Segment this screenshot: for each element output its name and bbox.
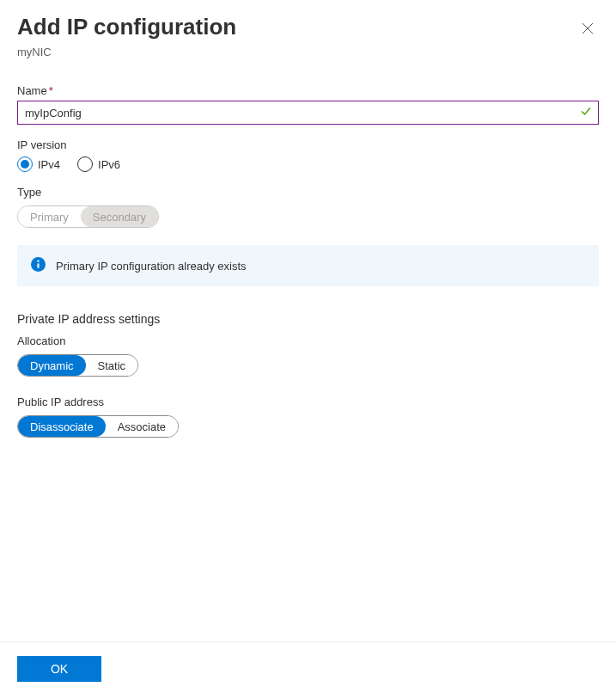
type-secondary-option: Secondary: [81, 206, 158, 227]
publicip-label: Public IP address: [17, 395, 599, 408]
name-label: Name*: [17, 84, 599, 97]
close-button[interactable]: [576, 17, 599, 42]
panel-subtitle: myNIC: [17, 46, 599, 58]
radio-circle-icon: [77, 156, 93, 172]
allocation-dynamic-option[interactable]: Dynamic: [18, 355, 86, 376]
publicip-toggle[interactable]: Disassociate Associate: [17, 415, 179, 438]
private-ip-heading: Private IP address settings: [17, 312, 599, 326]
radio-ipv6-label: IPv6: [98, 158, 120, 171]
publicip-associate-option[interactable]: Associate: [106, 416, 178, 437]
allocation-static-option[interactable]: Static: [86, 355, 138, 376]
name-input[interactable]: [17, 101, 599, 125]
type-label: Type: [17, 186, 599, 199]
svg-point-4: [37, 261, 39, 262]
type-toggle: Primary Secondary: [17, 205, 159, 228]
info-icon: [31, 257, 46, 274]
close-icon: [582, 23, 594, 37]
ok-button[interactable]: OK: [17, 656, 101, 682]
publicip-disassociate-option[interactable]: Disassociate: [18, 416, 106, 437]
required-indicator: *: [49, 84, 53, 97]
radio-ipv4[interactable]: IPv4: [17, 156, 60, 172]
ipversion-label: IP version: [17, 138, 599, 151]
radio-ipv6[interactable]: IPv6: [77, 156, 120, 172]
info-banner: Primary IP configuration already exists: [17, 245, 599, 286]
checkmark-icon: [580, 106, 592, 120]
allocation-toggle[interactable]: Dynamic Static: [17, 354, 138, 377]
panel-title: Add IP configuration: [17, 14, 236, 40]
allocation-label: Allocation: [17, 334, 599, 347]
svg-rect-3: [37, 263, 39, 267]
radio-ipv4-label: IPv4: [38, 158, 60, 171]
type-primary-option: Primary: [18, 206, 81, 227]
radio-circle-icon: [17, 156, 33, 172]
info-text: Primary IP configuration already exists: [56, 260, 247, 273]
